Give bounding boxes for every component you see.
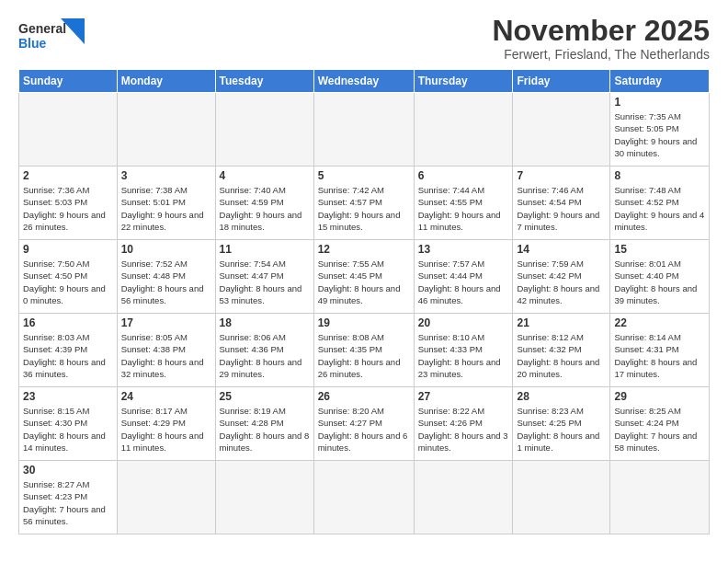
- generalblue-logo: General Blue: [18, 15, 101, 55]
- table-cell-day30: 30 Sunrise: 8:27 AMSunset: 4:23 PMDaylig…: [19, 461, 118, 534]
- table-cell-day21: 21 Sunrise: 8:12 AMSunset: 4:32 PMDaylig…: [513, 314, 610, 387]
- table-cell-empty: [117, 93, 215, 167]
- page: General Blue November 2025 Ferwert, Frie…: [0, 0, 728, 544]
- table-cell-day1: 1 Sunrise: 7:35 AM Sunset: 5:05 PM Dayli…: [610, 93, 710, 167]
- table-row: 9 Sunrise: 7:50 AMSunset: 4:50 PMDayligh…: [19, 240, 710, 314]
- table-cell-day27: 27 Sunrise: 8:22 AMSunset: 4:26 PMDaylig…: [414, 387, 513, 461]
- header-wednesday: Wednesday: [313, 70, 414, 93]
- table-cell-empty: [313, 93, 414, 167]
- table-cell-day12: 12 Sunrise: 7:55 AMSunset: 4:45 PMDaylig…: [313, 240, 414, 314]
- table-cell-day28: 28 Sunrise: 8:23 AMSunset: 4:25 PMDaylig…: [513, 387, 610, 461]
- table-cell-empty: [215, 461, 313, 534]
- table-cell-empty: [313, 461, 414, 534]
- table-cell-day13: 13 Sunrise: 7:57 AMSunset: 4:44 PMDaylig…: [414, 240, 513, 314]
- table-cell-day22: 22 Sunrise: 8:14 AMSunset: 4:31 PMDaylig…: [610, 314, 710, 387]
- header-monday: Monday: [117, 70, 215, 93]
- table-cell-empty: [610, 461, 710, 534]
- table-cell-day16: 16 Sunrise: 8:03 AMSunset: 4:39 PMDaylig…: [19, 314, 118, 387]
- table-cell-day15: 15 Sunrise: 8:01 AMSunset: 4:40 PMDaylig…: [610, 240, 710, 314]
- table-row: 1 Sunrise: 7:35 AM Sunset: 5:05 PM Dayli…: [19, 93, 710, 167]
- calendar-table: Sunday Monday Tuesday Wednesday Thursday…: [18, 69, 710, 534]
- month-title: November 2025: [492, 15, 710, 47]
- table-cell-day3: 3 Sunrise: 7:38 AMSunset: 5:01 PMDayligh…: [117, 167, 215, 240]
- table-row: 23 Sunrise: 8:15 AMSunset: 4:30 PMDaylig…: [19, 387, 710, 461]
- table-cell-empty: [414, 461, 513, 534]
- table-cell-day10: 10 Sunrise: 7:52 AMSunset: 4:48 PMDaylig…: [117, 240, 215, 314]
- table-cell-day24: 24 Sunrise: 8:17 AMSunset: 4:29 PMDaylig…: [117, 387, 215, 461]
- table-cell-day14: 14 Sunrise: 7:59 AMSunset: 4:42 PMDaylig…: [513, 240, 610, 314]
- weekday-header-row: Sunday Monday Tuesday Wednesday Thursday…: [19, 70, 710, 93]
- table-cell-empty: [414, 93, 513, 167]
- table-row: 2 Sunrise: 7:36 AMSunset: 5:03 PMDayligh…: [19, 167, 710, 240]
- table-row: 16 Sunrise: 8:03 AMSunset: 4:39 PMDaylig…: [19, 314, 710, 387]
- table-cell-empty: [513, 461, 610, 534]
- table-cell-day9: 9 Sunrise: 7:50 AMSunset: 4:50 PMDayligh…: [19, 240, 118, 314]
- table-cell-day7: 7 Sunrise: 7:46 AMSunset: 4:54 PMDayligh…: [513, 167, 610, 240]
- table-cell-empty: [19, 93, 118, 167]
- table-cell-day19: 19 Sunrise: 8:08 AMSunset: 4:35 PMDaylig…: [313, 314, 414, 387]
- table-cell-empty: [513, 93, 610, 167]
- header-saturday: Saturday: [610, 70, 710, 93]
- table-cell-empty: [117, 461, 215, 534]
- location-title: Ferwert, Friesland, The Netherlands: [492, 47, 710, 62]
- header-thursday: Thursday: [414, 70, 513, 93]
- header-sunday: Sunday: [19, 70, 118, 93]
- table-cell-day20: 20 Sunrise: 8:10 AMSunset: 4:33 PMDaylig…: [414, 314, 513, 387]
- table-cell-day5: 5 Sunrise: 7:42 AMSunset: 4:57 PMDayligh…: [313, 167, 414, 240]
- logo: General Blue: [18, 15, 101, 55]
- title-area: November 2025 Ferwert, Friesland, The Ne…: [492, 15, 710, 62]
- table-cell-day6: 6 Sunrise: 7:44 AMSunset: 4:55 PMDayligh…: [414, 167, 513, 240]
- table-cell-day25: 25 Sunrise: 8:19 AMSunset: 4:28 PMDaylig…: [215, 387, 313, 461]
- table-cell-day29: 29 Sunrise: 8:25 AMSunset: 4:24 PMDaylig…: [610, 387, 710, 461]
- svg-text:General: General: [18, 21, 66, 36]
- table-cell-empty: [215, 93, 313, 167]
- header-tuesday: Tuesday: [215, 70, 313, 93]
- table-row: 30 Sunrise: 8:27 AMSunset: 4:23 PMDaylig…: [19, 461, 710, 534]
- table-cell-day18: 18 Sunrise: 8:06 AMSunset: 4:36 PMDaylig…: [215, 314, 313, 387]
- table-cell-day2: 2 Sunrise: 7:36 AMSunset: 5:03 PMDayligh…: [19, 167, 118, 240]
- svg-text:Blue: Blue: [18, 36, 47, 51]
- table-cell-day26: 26 Sunrise: 8:20 AMSunset: 4:27 PMDaylig…: [313, 387, 414, 461]
- table-cell-day4: 4 Sunrise: 7:40 AMSunset: 4:59 PMDayligh…: [215, 167, 313, 240]
- table-cell-day17: 17 Sunrise: 8:05 AMSunset: 4:38 PMDaylig…: [117, 314, 215, 387]
- header-friday: Friday: [513, 70, 610, 93]
- table-cell-day8: 8 Sunrise: 7:48 AMSunset: 4:52 PMDayligh…: [610, 167, 710, 240]
- table-cell-day23: 23 Sunrise: 8:15 AMSunset: 4:30 PMDaylig…: [19, 387, 118, 461]
- table-cell-day11: 11 Sunrise: 7:54 AMSunset: 4:47 PMDaylig…: [215, 240, 313, 314]
- header: General Blue November 2025 Ferwert, Frie…: [18, 15, 710, 62]
